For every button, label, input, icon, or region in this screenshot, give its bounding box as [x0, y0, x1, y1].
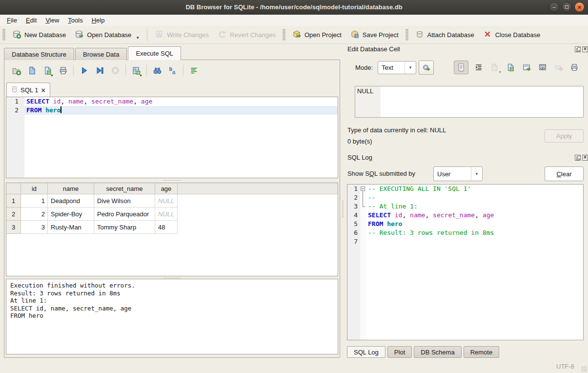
- close-dock-icon[interactable]: [582, 155, 588, 161]
- close-window-icon[interactable]: ×: [574, 2, 585, 12]
- table-cell[interactable]: 1: [21, 194, 48, 207]
- close-sql-tab-icon[interactable]: ×: [41, 86, 45, 94]
- sql-log-dock-buttons: [575, 155, 588, 161]
- toolbar-grip: [2, 29, 5, 41]
- column-header-name[interactable]: name: [48, 183, 94, 194]
- sql-submitter-value: User: [437, 170, 450, 178]
- menu-file[interactable]: File: [2, 15, 21, 25]
- table-cell[interactable]: Pedro Parqueador: [94, 207, 155, 221]
- open-database-button[interactable]: Open Database▼: [70, 27, 144, 43]
- main-toolbar: New DatabaseOpen Database▼Write ChangesR…: [0, 26, 588, 44]
- code-line: -- At line 1:: [366, 202, 583, 211]
- toolbar-separator: [73, 65, 74, 76]
- mode-select[interactable]: Text ▼: [378, 61, 416, 74]
- code-line: --: [366, 193, 583, 202]
- text-cursor: [61, 106, 61, 113]
- toolbar-separator: [183, 65, 183, 76]
- menu-view[interactable]: View: [41, 15, 63, 25]
- open-project-button[interactable]: Open Project: [288, 27, 346, 43]
- find-replace-icon[interactable]: ba: [166, 64, 179, 77]
- attach-database-button[interactable]: Attach Database: [411, 27, 479, 43]
- float-dock-icon[interactable]: [575, 46, 581, 52]
- sql-editor[interactable]: 12SELECT id, name, secret_name, ageFROM …: [6, 97, 338, 178]
- column-header-id[interactable]: id: [21, 183, 48, 194]
- tab-browse-data[interactable]: Browse Data: [75, 48, 127, 60]
- minimize-icon[interactable]: –: [549, 2, 559, 12]
- table-cell[interactable]: Deadpond: [48, 194, 94, 207]
- save-results-icon[interactable]: ▼: [130, 64, 142, 77]
- header-filler: [178, 183, 338, 194]
- dock-tab-plot[interactable]: Plot: [387, 346, 412, 358]
- main-tab-bar: Database StructureBrowse DataExecute SQL: [4, 46, 182, 60]
- open-link-icon[interactable]: [535, 61, 550, 74]
- dock-tab-sql-log[interactable]: SQL Log: [347, 346, 385, 358]
- table-cell[interactable]: NULL: [155, 207, 178, 221]
- code-line: SELECT id, name, secret_name, age: [24, 97, 338, 106]
- print-sql-icon[interactable]: [57, 64, 69, 77]
- mode-select-value: Text: [382, 64, 393, 71]
- float-dock-icon[interactable]: [575, 155, 581, 161]
- execute-all-icon[interactable]: [78, 64, 90, 77]
- print-cell-icon[interactable]: [567, 61, 582, 74]
- table-cell[interactable]: 48: [155, 221, 178, 234]
- tab-execute-sql[interactable]: Execute SQL: [128, 46, 181, 60]
- splitter-editor-results[interactable]: [4, 179, 340, 182]
- sql-submitter-select[interactable]: User ▼: [433, 166, 483, 181]
- open-sql-file-icon[interactable]: [25, 64, 38, 77]
- word-wrap-icon[interactable]: [471, 61, 486, 74]
- table-cell[interactable]: Spider-Boy: [48, 207, 94, 221]
- resize-grip[interactable]: [581, 366, 587, 372]
- maximize-icon[interactable]: [562, 2, 572, 12]
- cell-editor[interactable]: NULL: [355, 86, 584, 118]
- save-sql-file-icon[interactable]: ▼: [41, 64, 54, 77]
- table-cell[interactable]: Dive Wilson: [94, 194, 155, 207]
- table-cell[interactable]: 3: [21, 221, 48, 234]
- find-icon[interactable]: [151, 64, 163, 77]
- table-cell[interactable]: Tommy Sharp: [94, 221, 155, 234]
- row-header[interactable]: 1: [6, 194, 21, 207]
- apply-button[interactable]: Apply: [545, 129, 584, 143]
- status-line: FROM hero: [10, 312, 334, 320]
- close-database-button[interactable]: Close Database: [479, 27, 545, 43]
- table-cell[interactable]: Rusty-Man: [48, 221, 94, 234]
- toolbar-button-label: Write Changes: [167, 31, 209, 39]
- table-cell[interactable]: 2: [21, 207, 48, 221]
- dock-tab-db-schema[interactable]: DB Schema: [414, 346, 461, 358]
- edit-cell-dock-buttons: [575, 46, 588, 52]
- row-header[interactable]: 2: [6, 207, 21, 221]
- sql-tab-bar: SQL 1 ×: [6, 83, 50, 97]
- splitter-main-dock[interactable]: [341, 60, 345, 358]
- cell-type-info: Type of data currently in cell: NULL: [347, 126, 446, 134]
- results-table[interactable]: idnamesecret_nameage11DeadpondDive Wilso…: [6, 183, 338, 276]
- new-database-button[interactable]: New Database: [8, 27, 70, 43]
- row-header[interactable]: 3: [6, 221, 21, 234]
- dock-tab-remote[interactable]: Remote: [464, 346, 500, 358]
- show-sql-label: Show SQL submitted by: [347, 170, 415, 177]
- table-cell[interactable]: NULL: [155, 194, 178, 207]
- clear-log-button[interactable]: Clear: [545, 166, 584, 181]
- sql-editor-toolbar: ▼▼ba: [8, 63, 202, 77]
- format-sql-icon[interactable]: [187, 64, 200, 77]
- apply-cell-icon[interactable]: [519, 61, 534, 74]
- export-data-icon[interactable]: [503, 61, 518, 74]
- text-mode-icon[interactable]: [454, 61, 468, 74]
- code-line: -- EXECUTING ALL IN 'SQL 1': [366, 185, 583, 193]
- tab-database-structure[interactable]: Database Structure: [4, 48, 74, 60]
- menu-edit[interactable]: Edit: [21, 15, 41, 25]
- dropdown-caret-icon[interactable]: ▼: [136, 36, 140, 40]
- sql-log-view[interactable]: 1234567-- EXECUTING ALL IN 'SQL 1'---- A…: [347, 184, 584, 340]
- sql-log-title: SQL Log: [347, 154, 372, 161]
- menu-tools[interactable]: Tools: [63, 15, 87, 25]
- column-header-secret_name[interactable]: secret_name: [94, 183, 155, 194]
- db-open-icon: [75, 30, 83, 40]
- code-line: FROM hero: [366, 220, 583, 228]
- column-header-age[interactable]: age: [155, 183, 178, 194]
- fold-collapse-icon[interactable]: [361, 186, 365, 191]
- auto-apply-button[interactable]: [419, 61, 434, 75]
- sql-tab[interactable]: SQL 1 ×: [6, 83, 50, 97]
- save-project-button[interactable]: Save Project: [346, 27, 403, 43]
- menu-help[interactable]: Help: [87, 15, 109, 25]
- new-sql-tab-icon[interactable]: [10, 64, 22, 77]
- close-dock-icon[interactable]: [582, 46, 588, 52]
- execute-current-line-icon[interactable]: [93, 64, 106, 77]
